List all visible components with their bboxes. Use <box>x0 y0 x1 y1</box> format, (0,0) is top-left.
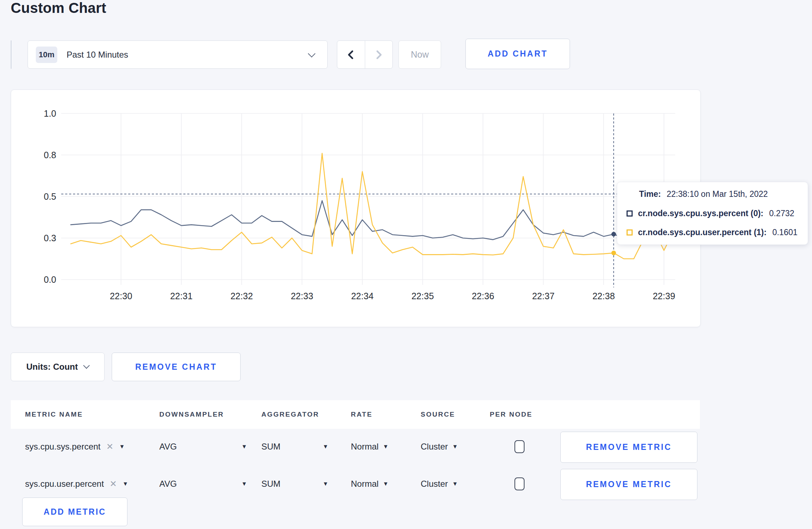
chart-tooltip: Time: 22:38:10 on Mar 15th, 2022 cr.node… <box>617 182 808 245</box>
tooltip-series-row: cr.node.sys.cpu.user.percent (1): 0.1601 <box>627 228 798 237</box>
header-downsampler: DOWNSAMPLER <box>159 411 224 418</box>
svg-text:22:36: 22:36 <box>472 291 494 301</box>
svg-text:1.0: 1.0 <box>44 108 56 118</box>
metric-row: sys.cpu.user.percent ✕ ▼ AVG ▼ SUM ▼ Nor… <box>11 465 700 503</box>
header-metric-name: METRIC NAME <box>25 411 83 418</box>
header-per-node: PER NODE <box>490 411 532 418</box>
svg-text:22:39: 22:39 <box>653 291 675 301</box>
per-node-checkbox[interactable] <box>514 477 525 490</box>
aggregator-dropdown[interactable]: SUM ▼ <box>261 479 328 489</box>
svg-text:22:32: 22:32 <box>231 291 253 301</box>
chevron-right-icon <box>373 49 385 61</box>
caret-down-icon: ▼ <box>383 481 388 487</box>
aggregator-dropdown[interactable]: SUM ▼ <box>261 442 328 452</box>
time-forward-button[interactable] <box>365 41 393 68</box>
svg-text:22:30: 22:30 <box>110 291 132 301</box>
page-title: Custom Chart <box>11 0 106 16</box>
toolbar-divider <box>11 40 11 69</box>
downsampler-value: AVG <box>159 442 177 452</box>
svg-text:22:38: 22:38 <box>593 291 615 301</box>
units-select[interactable]: Units: Count <box>11 353 105 381</box>
chevron-down-icon <box>83 362 90 369</box>
caret-down-icon: ▼ <box>241 443 247 450</box>
caret-down-icon: ▼ <box>383 443 388 450</box>
line-chart[interactable]: 0.00.30.50.81.022:3022:3122:3222:3322:34… <box>11 90 700 327</box>
add-chart-button[interactable]: ADD CHART <box>465 39 570 69</box>
caret-down-icon: ▼ <box>119 443 125 450</box>
per-node-checkbox[interactable] <box>514 440 525 453</box>
svg-text:22:33: 22:33 <box>291 291 313 301</box>
downsampler-dropdown[interactable]: AVG ▼ <box>159 479 247 489</box>
source-value: Cluster <box>421 479 448 489</box>
rate-value: Normal <box>351 442 378 452</box>
aggregator-value: SUM <box>261 479 280 489</box>
units-label: Units: Count <box>26 362 78 372</box>
tooltip-series-row: cr.node.sys.cpu.sys.percent (0): 0.2732 <box>627 209 798 218</box>
caret-down-icon: ▼ <box>323 443 328 450</box>
remove-chart-button[interactable]: REMOVE CHART <box>112 353 241 381</box>
series-user-swatch-icon <box>627 229 633 236</box>
svg-text:0.3: 0.3 <box>44 233 56 243</box>
chevron-left-icon <box>345 49 357 61</box>
source-dropdown[interactable]: Cluster ▼ <box>421 442 458 452</box>
svg-text:0.5: 0.5 <box>44 191 56 202</box>
clear-metric-icon[interactable]: ✕ <box>106 442 113 452</box>
time-nav-button-group <box>337 40 393 69</box>
custom-chart-page: Custom Chart 10m Past 10 Minutes Now ADD… <box>0 0 812 529</box>
caret-down-icon: ▼ <box>241 481 247 487</box>
svg-text:0.0: 0.0 <box>44 275 56 285</box>
tooltip-sys-label: cr.node.sys.cpu.sys.percent (0): <box>638 209 763 218</box>
svg-text:22:34: 22:34 <box>351 291 374 301</box>
tooltip-user-label: cr.node.sys.cpu.user.percent (1): <box>638 228 767 237</box>
svg-text:22:37: 22:37 <box>532 291 555 301</box>
svg-text:0.8: 0.8 <box>44 150 56 160</box>
rate-dropdown[interactable]: Normal ▼ <box>351 442 388 452</box>
remove-metric-button[interactable]: REMOVE METRIC <box>560 469 697 500</box>
rate-dropdown[interactable]: Normal ▼ <box>351 479 388 489</box>
tooltip-time-row: Time: 22:38:10 on Mar 15th, 2022 <box>639 189 798 199</box>
header-source: SOURCE <box>421 411 455 418</box>
caret-down-icon: ▼ <box>452 443 458 450</box>
caret-down-icon: ▼ <box>452 481 458 487</box>
time-range-badge: 10m <box>36 47 57 63</box>
header-rate: RATE <box>351 411 372 418</box>
rate-value: Normal <box>351 479 378 489</box>
clear-metric-icon[interactable]: ✕ <box>110 479 117 489</box>
metric-name-value: sys.cpu.user.percent <box>25 479 104 489</box>
source-value: Cluster <box>421 442 448 452</box>
svg-text:22:35: 22:35 <box>411 291 434 301</box>
downsampler-dropdown[interactable]: AVG ▼ <box>159 442 247 452</box>
header-aggregator: AGGREGATOR <box>261 411 319 418</box>
add-metric-button[interactable]: ADD METRIC <box>22 498 127 526</box>
tooltip-sys-value: 0.2732 <box>769 209 794 218</box>
tooltip-time-label: Time: <box>639 189 661 199</box>
chart-panel: 0.00.30.50.81.022:3022:3122:3222:3322:34… <box>11 89 701 327</box>
downsampler-value: AVG <box>159 479 177 489</box>
remove-metric-button[interactable]: REMOVE METRIC <box>560 432 697 463</box>
time-back-button[interactable] <box>337 41 365 68</box>
svg-text:22:31: 22:31 <box>170 291 193 301</box>
tooltip-user-value: 0.1601 <box>772 228 797 237</box>
metric-row: sys.cpu.sys.percent ✕ ▼ AVG ▼ SUM ▼ Norm… <box>11 428 700 465</box>
now-button[interactable]: Now <box>398 40 441 69</box>
time-range-select[interactable]: 10m Past 10 Minutes <box>28 40 328 69</box>
metrics-table-header: METRIC NAME DOWNSAMPLER AGGREGATOR RATE … <box>11 400 700 429</box>
metric-name-value: sys.cpu.sys.percent <box>25 442 101 452</box>
caret-down-icon: ▼ <box>323 481 328 487</box>
caret-down-icon: ▼ <box>122 481 128 487</box>
tooltip-time-value: 22:38:10 on Mar 15th, 2022 <box>667 189 768 199</box>
metric-name-dropdown[interactable]: sys.cpu.user.percent ✕ ▼ <box>25 479 128 489</box>
aggregator-value: SUM <box>261 442 280 452</box>
chevron-down-icon <box>308 50 315 57</box>
series-sys-swatch-icon <box>627 210 633 217</box>
metric-name-dropdown[interactable]: sys.cpu.sys.percent ✕ ▼ <box>25 442 125 452</box>
time-range-label: Past 10 Minutes <box>67 50 128 60</box>
source-dropdown[interactable]: Cluster ▼ <box>421 479 458 489</box>
